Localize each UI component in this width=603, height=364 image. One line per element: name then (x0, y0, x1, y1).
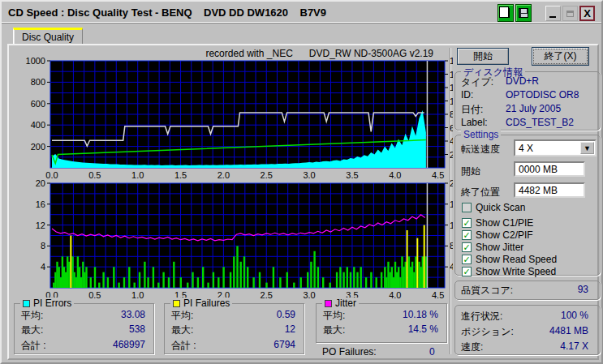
speed-select-value: 4 X (519, 143, 533, 154)
pi-failures-swatch-icon (173, 300, 180, 307)
svg-text:12: 12 (36, 221, 45, 230)
jitter-max-label: 最大: (323, 323, 345, 337)
svg-text:0.0: 0.0 (45, 170, 58, 178)
checkbox-checked-icon: ✓ (462, 267, 472, 276)
jitter-stats-title: Jitter (322, 298, 359, 309)
exit-button-label: 終了(X) (545, 49, 577, 63)
minimize-icon (549, 16, 556, 18)
pie-avg-value: 33.08 (121, 309, 145, 320)
disc-label-value: CDS_TEST_B2 (506, 117, 574, 128)
disc-date-label: 日付: (461, 104, 483, 115)
progress-group: 進行状況: 100 % ポジション: 4481 MB 速度: 4.17 X (454, 305, 601, 355)
disc-type-label: タイプ: (461, 76, 493, 88)
save-icon[interactable] (515, 4, 532, 22)
jitter-title-text: Jitter (335, 298, 356, 309)
svg-text:3.5: 3.5 (346, 170, 358, 178)
checkbox-show-write-speed[interactable]: ✓ Show Write Speed (462, 266, 556, 277)
exit-button[interactable]: 終了(X) (532, 48, 588, 65)
end-pos-label: 終了位置 (461, 186, 500, 198)
start-pos-label: 開始 (461, 165, 480, 177)
speed-current-label: 速度: (461, 341, 483, 353)
pif-avg-label: 平均: (171, 309, 193, 323)
svg-text:600: 600 (31, 99, 45, 109)
checkbox-show-c2-pif-label: Show C2/PIF (476, 229, 533, 241)
speed-current-value: 4.17 X (560, 340, 588, 352)
svg-text:1.0: 1.0 (131, 290, 144, 300)
svg-text:4.5: 4.5 (432, 170, 444, 178)
end-pos-input[interactable]: 4482 MB (514, 182, 585, 198)
disc-info-group: ディスク情報 タイプ: DVD+R ID: OPTODISC OR8 日付: 2… (454, 71, 601, 131)
svg-text:20: 20 (36, 178, 45, 188)
checkbox-show-c1-pie-label: Show C1/PIE (476, 217, 533, 229)
chevron-down-icon[interactable]: ▼ (580, 142, 594, 154)
checkbox-show-c2-pif[interactable]: ✓ Show C2/PIF (462, 229, 533, 241)
svg-text:14: 14 (450, 70, 453, 79)
minimize-button[interactable] (545, 6, 561, 21)
svg-text:2.5: 2.5 (261, 170, 273, 178)
copy-pages-icon (502, 8, 510, 18)
svg-text:3.0: 3.0 (303, 290, 315, 300)
checkbox-quick-scan[interactable]: Quick Scan (462, 202, 525, 213)
checkbox-checked-icon: ✓ (462, 230, 472, 240)
svg-text:1.0: 1.0 (131, 170, 144, 178)
svg-text:2: 2 (450, 150, 453, 160)
pi-errors-stats-title: PI Errors (20, 298, 74, 309)
svg-text:12: 12 (450, 83, 453, 92)
pi-errors-title-text: PI Errors (33, 298, 71, 309)
disc-type-value: DVD+R (506, 75, 539, 87)
pif-total-label: 合計 : (171, 339, 196, 353)
po-failures-value: 0 (429, 346, 435, 358)
disc-id-label: ID: (461, 89, 473, 101)
maximize-button[interactable] (562, 6, 578, 21)
checkbox-show-jitter[interactable]: ✓ Show Jitter (462, 242, 523, 253)
svg-text:8: 8 (450, 241, 453, 251)
pi-errors-chart-svg: 20040060080010002468101214160.00.51.01.5… (10, 47, 453, 178)
svg-text:4.0: 4.0 (389, 170, 401, 178)
disc-id-value: OPTODISC OR8 (506, 89, 579, 101)
svg-text:0.5: 0.5 (88, 170, 101, 178)
copy-to-clipboard-icon[interactable] (497, 4, 514, 22)
pi-failures-title-text: PI Failures (183, 298, 230, 309)
pie-max-value: 538 (129, 323, 145, 335)
pi-errors-chart: 20040060080010002468101214160.00.51.01.5… (10, 47, 453, 178)
pif-total-value: 6794 (274, 339, 295, 350)
tab-disc-quality[interactable]: Disc Quality (13, 28, 83, 45)
svg-text:1000: 1000 (26, 56, 45, 66)
app-window: CD Speed : Disc Quality Test - BENQ DVD … (0, 0, 603, 364)
checkbox-checked-icon: ✓ (462, 242, 472, 252)
position-label: ポジション: (461, 326, 514, 337)
start-pos-value: 0000 MB (519, 164, 558, 175)
svg-text:3.0: 3.0 (303, 170, 315, 178)
pi-failures-jitter-chart-svg: 48121620481216200.00.51.01.52.02.53.03.5… (10, 178, 453, 302)
svg-text:6: 6 (450, 123, 453, 133)
pie-avg-label: 平均: (21, 309, 43, 323)
pif-max-label: 最大: (171, 323, 193, 337)
checkbox-show-c1-pie[interactable]: ✓ Show C1/PIE (462, 217, 533, 229)
jitter-stats-group: Jitter 平均: 10.18 % 最大: 14.5 % (316, 303, 447, 343)
progress-value: 100 % (561, 310, 588, 321)
checkbox-show-read-speed[interactable]: ✓ Show Read Speed (462, 254, 557, 265)
svg-text:800: 800 (31, 77, 45, 87)
jitter-max-value: 14.5 % (408, 323, 438, 335)
quality-score-group: 品質スコア: 93 (454, 280, 601, 300)
position-value: 4481 MB (549, 325, 588, 336)
jitter-avg-label: 平均: (323, 309, 345, 323)
pif-max-value: 12 (285, 323, 295, 335)
speed-select[interactable]: 4 X ▼ (514, 139, 597, 156)
svg-text:8: 8 (450, 109, 453, 119)
svg-text:4: 4 (450, 136, 453, 146)
pie-total-value: 468997 (113, 339, 145, 350)
svg-text:2.5: 2.5 (261, 290, 273, 300)
start-pos-input[interactable]: 0000 MB (514, 161, 585, 177)
speed-label: 転送速度 (461, 143, 500, 155)
start-button[interactable]: 開始 (458, 49, 508, 64)
close-button[interactable]: X (579, 6, 595, 21)
disc-label-label: Label: (461, 117, 488, 128)
svg-text:4: 4 (450, 262, 453, 272)
end-pos-value: 4482 MB (519, 185, 558, 196)
pi-failures-stats-group: PI Failures 平均: 0.59 最大: 12 合計 : 6794 (164, 303, 304, 354)
pi-errors-stats-group: PI Errors 平均: 33.08 最大: 538 合計 : 468997 (14, 303, 154, 354)
pi-failures-stats-title: PI Failures (170, 298, 232, 309)
svg-text:10: 10 (450, 96, 453, 106)
svg-text:16: 16 (450, 56, 453, 66)
